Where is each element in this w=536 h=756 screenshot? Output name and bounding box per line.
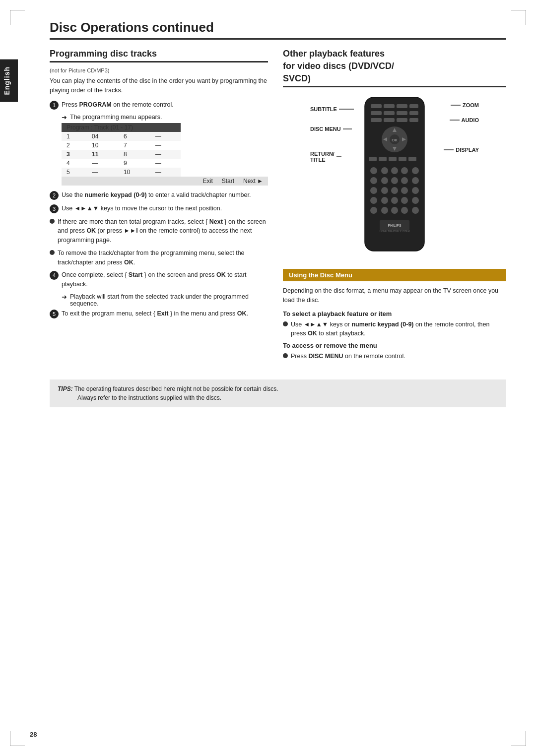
step-4-arrow-text: Playback will start from the selected tr… xyxy=(70,293,268,307)
right-section-title-1: Other playback features xyxy=(283,49,506,59)
svg-rect-12 xyxy=(384,111,395,115)
title-divider xyxy=(50,38,506,40)
svg-point-47 xyxy=(381,197,388,204)
step-number-5: 5 xyxy=(50,310,59,318)
tips-label: TIPS: xyxy=(58,385,73,392)
remote-svg: OK xyxy=(360,97,429,256)
svg-point-49 xyxy=(401,197,408,204)
svg-point-31 xyxy=(370,167,377,174)
disc-menu-box: Using the Disc Menu xyxy=(283,269,506,281)
select-feature-content: Use ◄►▲▼ keys or numeric keypad (0-9) on… xyxy=(291,320,506,339)
svg-rect-16 xyxy=(384,118,395,122)
svg-point-48 xyxy=(391,197,398,204)
returntitle-text: RETURN/TITLE xyxy=(310,151,335,163)
svg-point-37 xyxy=(381,177,388,184)
svg-rect-17 xyxy=(397,118,407,122)
svg-rect-30 xyxy=(408,157,416,161)
svg-point-54 xyxy=(401,207,408,214)
svg-point-45 xyxy=(412,187,419,194)
step-4-content: Once complete, select { Start } on the s… xyxy=(62,270,268,289)
svg-point-34 xyxy=(401,167,408,174)
select-feature-bullet: Use ◄►▲▼ keys or numeric keypad (0-9) on… xyxy=(283,320,506,339)
svg-point-44 xyxy=(401,187,408,194)
access-menu-title: To access or remove the menu xyxy=(283,342,506,349)
tips-section: TIPS: The operating features described h… xyxy=(50,379,506,407)
audio-line xyxy=(450,120,460,121)
program-table-footer: Exit Start Next ► xyxy=(62,177,268,186)
step-5: 5 To exit the program menu, select { Exi… xyxy=(50,309,268,318)
svg-rect-18 xyxy=(409,118,418,122)
svg-rect-15 xyxy=(371,118,382,122)
audio-text: AUDIO xyxy=(462,117,479,123)
svg-point-46 xyxy=(370,197,377,204)
svg-point-36 xyxy=(370,177,377,184)
svg-point-35 xyxy=(412,167,419,174)
step-4-arrow: ➜ Playback will start from the selected … xyxy=(62,293,268,307)
svg-text:OK: OK xyxy=(392,138,398,142)
display-label: DISPLAY xyxy=(444,147,479,153)
access-menu-bullet: Press DISC MENU on the remote control. xyxy=(283,352,506,361)
discmenu-line xyxy=(343,128,352,129)
bullet-item-remove-track: To remove the track/chapter from the pro… xyxy=(50,249,268,267)
svg-rect-27 xyxy=(379,157,387,161)
subtitle-label: SUBTITLE xyxy=(310,106,354,112)
program-table-wrap: Program : Track (01 - 17) 1046— 2107— 31… xyxy=(62,123,268,186)
svg-rect-28 xyxy=(389,157,397,161)
access-menu-content: Press DISC MENU on the remote control. xyxy=(291,352,405,361)
step-number-4: 4 xyxy=(50,271,59,280)
tips-text-2: Always refer to the instructions supplie… xyxy=(58,394,221,401)
bullet-dot-2 xyxy=(50,250,55,255)
bullet-content-more-tracks: If there are more than ten total program… xyxy=(58,217,268,245)
svg-point-43 xyxy=(391,187,398,194)
returntitle-label: RETURN/TITLE xyxy=(310,151,341,163)
svg-point-50 xyxy=(412,197,419,204)
step-2: 2 Use the numeric keypad (0-9) to enter … xyxy=(50,190,268,200)
right-column: Other playback features for video discs … xyxy=(283,49,506,365)
discmenu-text: DISC MENU xyxy=(310,126,341,132)
svg-point-51 xyxy=(370,207,377,214)
program-table-header: Program : Track (01 - 17) xyxy=(62,123,181,132)
zoom-line xyxy=(451,105,461,106)
svg-text:HOME THEATER SYSTEM: HOME THEATER SYSTEM xyxy=(379,230,409,233)
bullet-content-remove-track: To remove the track/chapter from the pro… xyxy=(58,249,268,267)
svg-text:PHILIPS: PHILIPS xyxy=(388,224,402,227)
remote-section: SUBTITLE DISC MENU RETURN/TITLE ZO xyxy=(283,92,506,261)
svg-rect-29 xyxy=(399,157,406,161)
svg-rect-11 xyxy=(371,111,382,115)
footer-start: Start xyxy=(222,178,234,185)
table-row: 5—10— xyxy=(62,168,181,177)
table-row: 3118— xyxy=(62,150,181,159)
step-1-arrow-text: The programming menu appears. xyxy=(70,114,162,121)
bullet-dot-access xyxy=(283,353,288,358)
footer-exit: Exit xyxy=(203,178,213,185)
program-table: Program : Track (01 - 17) 1046— 2107— 31… xyxy=(62,123,181,177)
step-1-arrow: ➜ The programming menu appears. xyxy=(62,114,268,121)
svg-rect-14 xyxy=(409,111,418,115)
step-number-3: 3 xyxy=(50,204,59,213)
zoom-label: ZOOM xyxy=(451,102,479,108)
left-column: Programming disc tracks (not for Picture… xyxy=(50,49,268,365)
arrow-symbol-4: ➜ xyxy=(62,293,67,307)
step-2-content: Use the numeric keypad (0-9) to enter a … xyxy=(62,190,251,200)
bullet-item-more-tracks: If there are more than ten total program… xyxy=(50,217,268,245)
audio-label: AUDIO xyxy=(450,117,479,123)
svg-point-41 xyxy=(370,187,377,194)
select-feature-title: To select a playback feature or item xyxy=(283,310,506,317)
table-row: 2107— xyxy=(62,141,181,150)
step-3-content: Use ◄►▲▼ keys to move the cursor to the … xyxy=(62,204,222,213)
step-number-1: 1 xyxy=(50,101,59,110)
display-line xyxy=(444,149,454,150)
svg-point-40 xyxy=(412,177,419,184)
step-5-content: To exit the program menu, select { Exit … xyxy=(62,309,248,318)
display-text: DISPLAY xyxy=(456,147,479,153)
discmenu-label: DISC MENU xyxy=(310,126,352,132)
svg-rect-9 xyxy=(397,104,407,108)
subtitle-text: SUBTITLE xyxy=(310,106,337,112)
left-section-divider xyxy=(50,61,268,63)
svg-point-53 xyxy=(391,207,398,214)
bullet-dot-select xyxy=(283,321,288,326)
subtitle-line xyxy=(339,109,354,110)
left-section-title: Programming disc tracks xyxy=(50,49,268,59)
right-section-divider xyxy=(283,86,506,87)
returntitle-line xyxy=(336,156,341,157)
